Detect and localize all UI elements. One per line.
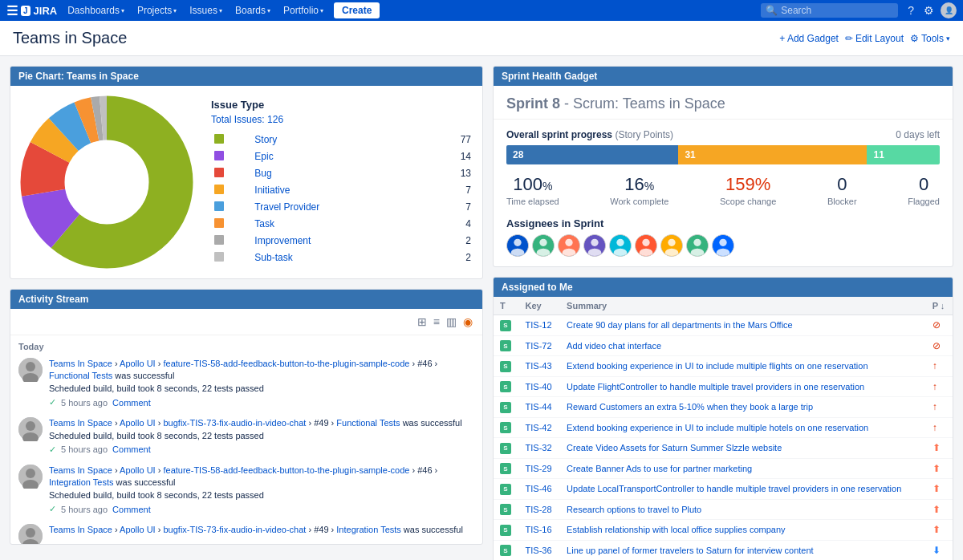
issue-summary-link[interactable]: Update LocalTransportController to handl… (567, 484, 901, 493)
activity-list-icon[interactable]: ≡ (432, 314, 441, 330)
nav-portfolio[interactable]: Portfolio ▾ (278, 2, 329, 18)
issue-summary-link[interactable]: Create 90 day plans for all departments … (567, 320, 793, 330)
issue-key-cell[interactable]: TIS-46 (519, 479, 561, 500)
activity-link[interactable]: Integration Tests (49, 477, 114, 487)
table-row[interactable]: S TIS-36 Line up panel of former travele… (494, 540, 953, 560)
legend-label-cell[interactable]: Travel Provider (251, 199, 431, 216)
legend-total[interactable]: Total Issues: 126 (211, 114, 474, 125)
add-gadget-button[interactable]: + Add Gadget (779, 33, 839, 44)
issue-summary-link[interactable]: Research options to travel to Pluto (567, 505, 701, 514)
tools-button[interactable]: ⚙ Tools ▾ (910, 33, 950, 44)
issue-key-cell[interactable]: TIS-40 (519, 376, 561, 397)
user-avatar[interactable]: 👤 (941, 2, 957, 18)
table-row[interactable]: S TIS-28 Research options to travel to P… (494, 499, 953, 520)
table-row[interactable]: S TIS-46 Update LocalTransportController… (494, 479, 953, 500)
legend-label[interactable]: Initiative (254, 185, 290, 196)
legend-label-cell[interactable]: Sub-task (251, 250, 431, 266)
table-row[interactable]: S TIS-12 Create 90 day plans for all dep… (494, 315, 953, 336)
legend-label[interactable]: Task (254, 218, 274, 229)
activity-comment-link[interactable]: Comment (112, 398, 151, 408)
activity-link[interactable]: Teams In Space (49, 525, 112, 534)
activity-link[interactable]: Teams In Space (49, 465, 112, 475)
create-button[interactable]: Create (334, 2, 380, 18)
activity-link[interactable]: bugfix-TIS-73-fix-audio-in-video-chat (163, 525, 306, 534)
activity-link[interactable]: Apollo UI (120, 418, 156, 428)
legend-label-cell[interactable]: Bug (251, 165, 431, 182)
edit-layout-button[interactable]: ✏ Edit Layout (845, 33, 904, 44)
activity-link[interactable]: Teams In Space (49, 418, 112, 428)
issue-key-link[interactable]: TIS-28 (526, 505, 552, 514)
table-row[interactable]: S TIS-42 Extend booking experience in UI… (494, 417, 953, 438)
issue-summary-cell[interactable]: Research options to travel to Pluto (560, 499, 926, 520)
table-row[interactable]: S TIS-40 Update FlightController to hand… (494, 376, 953, 397)
assignee-avatar[interactable] (660, 234, 683, 257)
issue-key-cell[interactable]: TIS-43 (519, 356, 561, 377)
legend-item[interactable]: Story 77 (211, 132, 474, 148)
issue-key-cell[interactable]: TIS-16 (519, 520, 561, 541)
table-row[interactable]: S TIS-32 Create Video Assets for Saturn … (494, 438, 953, 459)
nav-issues[interactable]: Issues ▾ (184, 2, 228, 18)
issue-key-link[interactable]: TIS-42 (526, 423, 552, 432)
legend-label-cell[interactable]: Epic (251, 148, 431, 165)
issue-key-cell[interactable]: TIS-72 (519, 335, 561, 356)
issue-summary-cell[interactable]: Line up panel of former travelers to Sat… (560, 540, 926, 560)
table-row[interactable]: S TIS-16 Establish relationship with loc… (494, 520, 953, 541)
legend-item[interactable]: Sub-task 2 (211, 250, 474, 266)
legend-label[interactable]: Epic (254, 151, 273, 162)
issue-key-link[interactable]: TIS-29 (526, 464, 552, 473)
legend-label[interactable]: Sub-task (254, 252, 292, 263)
issue-key-cell[interactable]: TIS-29 (519, 458, 561, 479)
issue-summary-cell[interactable]: Create Video Assets for Saturn Summer Sl… (560, 438, 926, 459)
issue-summary-cell[interactable]: Create Banner Ads to use for partner mar… (560, 458, 926, 479)
issue-summary-link[interactable]: Create Banner Ads to use for partner mar… (567, 464, 752, 473)
activity-link[interactable]: Apollo UI (120, 359, 156, 368)
assignee-avatar[interactable] (686, 234, 709, 257)
legend-label-cell[interactable]: Story (251, 132, 431, 148)
activity-grid-icon[interactable]: ⊞ (416, 314, 429, 330)
activity-comment-link[interactable]: Comment (112, 505, 151, 514)
legend-label-cell[interactable]: Improvement (251, 233, 431, 250)
issue-key-link[interactable]: TIS-40 (526, 382, 552, 392)
issue-key-link[interactable]: TIS-72 (526, 341, 552, 351)
issue-summary-link[interactable]: Line up panel of former travelers to Sat… (567, 546, 814, 555)
nav-projects[interactable]: Projects ▾ (132, 2, 182, 18)
activity-link[interactable]: Functional Tests (49, 371, 112, 380)
issue-key-cell[interactable]: TIS-42 (519, 417, 561, 438)
activity-comment-link[interactable]: Comment (112, 444, 151, 454)
table-row[interactable]: S TIS-72 Add video chat interface ⊘ (494, 335, 953, 356)
help-icon[interactable]: ? (904, 2, 917, 18)
assignee-avatar[interactable] (712, 234, 734, 257)
activity-rss-icon[interactable]: ◉ (461, 314, 474, 330)
nav-boards[interactable]: Boards ▾ (230, 2, 276, 18)
issue-summary-link[interactable]: Add video chat interface (567, 341, 661, 351)
issue-summary-link[interactable]: Reward Customers an extra 5-10% when the… (567, 402, 813, 412)
assignee-avatar[interactable] (609, 234, 632, 257)
issue-key-link[interactable]: TIS-43 (526, 361, 552, 371)
activity-link[interactable]: feature-TIS-58-add-feedback-button-to-th… (163, 465, 409, 475)
assignee-avatar[interactable] (583, 234, 606, 257)
legend-label[interactable]: Improvement (254, 235, 311, 246)
legend-label[interactable]: Travel Provider (254, 201, 319, 213)
legend-label-cell[interactable]: Initiative (251, 182, 431, 199)
issue-key-link[interactable]: TIS-12 (526, 320, 552, 330)
activity-link[interactable]: Apollo UI (120, 465, 156, 475)
assignee-avatar[interactable] (558, 234, 580, 257)
table-row[interactable]: S TIS-29 Create Banner Ads to use for pa… (494, 458, 953, 479)
issue-summary-link[interactable]: Create Video Assets for Saturn Summer Sl… (567, 443, 782, 452)
assignee-avatar[interactable] (506, 234, 529, 257)
legend-item[interactable]: Epic 14 (211, 148, 474, 165)
legend-label-cell[interactable]: Task (251, 216, 431, 233)
issue-key-cell[interactable]: TIS-32 (519, 438, 561, 459)
activity-link[interactable]: Integration Tests (336, 525, 401, 534)
legend-item[interactable]: Travel Provider 7 (211, 199, 474, 216)
activity-link[interactable]: Apollo UI (120, 525, 156, 534)
issue-key-cell[interactable]: TIS-28 (519, 499, 561, 520)
issue-summary-cell[interactable]: Create 90 day plans for all departments … (560, 315, 926, 336)
settings-icon[interactable]: ⚙ (920, 2, 937, 18)
activity-link[interactable]: Functional Tests (336, 418, 400, 428)
issue-key-cell[interactable]: TIS-44 (519, 397, 561, 418)
issue-key-link[interactable]: TIS-16 (526, 525, 552, 534)
issue-key-cell[interactable]: TIS-36 (519, 540, 561, 560)
issue-summary-link[interactable]: Extend booking experience in UI to inclu… (567, 361, 868, 371)
issue-key-link[interactable]: TIS-44 (526, 402, 552, 412)
